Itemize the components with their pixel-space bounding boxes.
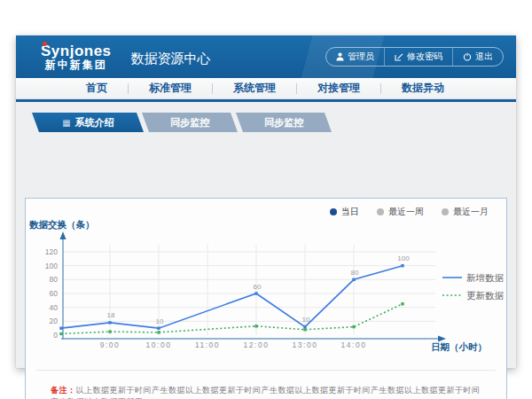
user-icon bbox=[336, 52, 344, 61]
admin-user-label: 管理员 bbox=[348, 51, 374, 63]
nav-item-interface-mgmt[interactable]: 对接管理 bbox=[297, 81, 380, 96]
svg-text:9:00: 9:00 bbox=[100, 340, 121, 349]
svg-text:14:00: 14:00 bbox=[341, 340, 367, 349]
filter-last-week-label: 最近一周 bbox=[388, 206, 424, 218]
filter-last-month[interactable]: 最近一月 bbox=[442, 206, 489, 218]
filter-today-label: 当日 bbox=[341, 206, 359, 218]
tab-system-intro-label: 系统介绍 bbox=[74, 116, 113, 129]
app-header: Synjones 新中新集团 数据资源中心 管理员 修改密码 退出 bbox=[16, 35, 516, 78]
svg-text:数据交换（条）: 数据交换（条） bbox=[28, 219, 95, 231]
svg-text:80: 80 bbox=[351, 269, 359, 277]
note-label: 备注： bbox=[51, 386, 76, 395]
svg-text:60: 60 bbox=[50, 289, 59, 298]
svg-text:80: 80 bbox=[50, 275, 59, 284]
svg-text:日期（小时）: 日期（小时） bbox=[431, 341, 487, 353]
grid-icon: ▦ bbox=[62, 118, 70, 127]
filter-last-week[interactable]: 最近一周 bbox=[377, 206, 424, 218]
svg-text:120: 120 bbox=[45, 247, 58, 256]
tab-sync-monitor-1[interactable]: 同步监控 bbox=[142, 113, 238, 132]
svg-text:10: 10 bbox=[156, 317, 164, 325]
svg-text:新增数据: 新增数据 bbox=[466, 272, 505, 283]
radio-dot-icon bbox=[442, 208, 449, 215]
brand-logo-en: Synjones bbox=[41, 43, 112, 59]
change-password-label: 修改密码 bbox=[407, 51, 442, 63]
admin-user-button[interactable]: 管理员 bbox=[326, 48, 384, 66]
change-password-button[interactable]: 修改密码 bbox=[384, 48, 452, 66]
svg-text:12:00: 12:00 bbox=[244, 340, 270, 349]
svg-text:20: 20 bbox=[50, 317, 59, 325]
svg-text:13:00: 13:00 bbox=[293, 340, 318, 349]
svg-text:100: 100 bbox=[45, 262, 58, 270]
svg-text:0: 0 bbox=[53, 331, 58, 340]
svg-text:100: 100 bbox=[397, 254, 410, 262]
logo-red-dot-icon bbox=[43, 42, 47, 46]
header-actions: 管理员 修改密码 退出 bbox=[325, 47, 504, 66]
chart-panel: 当日 最近一周 最近一月 0204060801001209:0010:0011:… bbox=[25, 198, 507, 399]
tab-sync-monitor-2-label: 同步监控 bbox=[264, 116, 303, 129]
main-nav: 首页 标准管理 系统管理 对接管理 数据异动 bbox=[16, 78, 516, 99]
time-range-filters: 当日 最近一周 最近一月 bbox=[330, 206, 489, 218]
app-window: Synjones 新中新集团 数据资源中心 管理员 修改密码 退出 bbox=[16, 35, 516, 368]
nav-item-home[interactable]: 首页 bbox=[66, 81, 128, 96]
svg-text:40: 40 bbox=[50, 303, 59, 312]
svg-text:10: 10 bbox=[302, 316, 310, 324]
svg-text:更新数据: 更新数据 bbox=[466, 290, 505, 301]
radio-dot-icon bbox=[377, 208, 384, 215]
footer-note: 备注：以上数据更新于时间产生数据以上数据更新于时间产生数据以上数据更新于时间产生… bbox=[36, 370, 496, 399]
logout-button[interactable]: 退出 bbox=[452, 48, 503, 66]
filter-last-month-label: 最近一月 bbox=[453, 206, 489, 218]
edit-icon bbox=[395, 52, 403, 61]
svg-text:11:00: 11:00 bbox=[195, 340, 220, 349]
data-exchange-line-chart: 0204060801001209:0010:0011:0012:0013:001… bbox=[26, 218, 508, 353]
tab-system-intro[interactable]: ▦系统介绍 bbox=[32, 113, 144, 132]
svg-text:10:00: 10:00 bbox=[146, 340, 172, 349]
brand-logo: Synjones 新中新集团 bbox=[28, 43, 112, 70]
filter-today[interactable]: 当日 bbox=[330, 206, 359, 218]
power-icon bbox=[463, 52, 472, 61]
nav-item-system-mgmt[interactable]: 系统管理 bbox=[213, 81, 296, 96]
svg-text:60: 60 bbox=[254, 283, 262, 291]
nav-item-data-change[interactable]: 数据异动 bbox=[381, 81, 465, 96]
logout-label: 退出 bbox=[475, 51, 493, 63]
tab-sync-monitor-1-label: 同步监控 bbox=[170, 116, 209, 129]
brand-logo-cn: 新中新集团 bbox=[41, 59, 112, 71]
nav-item-standard-mgmt[interactable]: 标准管理 bbox=[129, 81, 212, 96]
page-title: 数据资源中心 bbox=[131, 51, 211, 67]
radio-dot-icon bbox=[330, 208, 337, 215]
tab-sync-monitor-2[interactable]: 同步监控 bbox=[236, 113, 332, 132]
svg-text:18: 18 bbox=[107, 311, 115, 319]
content-area: ▦系统介绍 同步监控 同步监控 当日 最近一周 bbox=[16, 102, 516, 368]
note-text: 以上数据更新于时间产生数据以上数据更新于时间产生数据以上数据更新于时间产生数据以… bbox=[51, 386, 481, 399]
tab-bar: ▦系统介绍 同步监控 同步监控 bbox=[16, 102, 516, 132]
